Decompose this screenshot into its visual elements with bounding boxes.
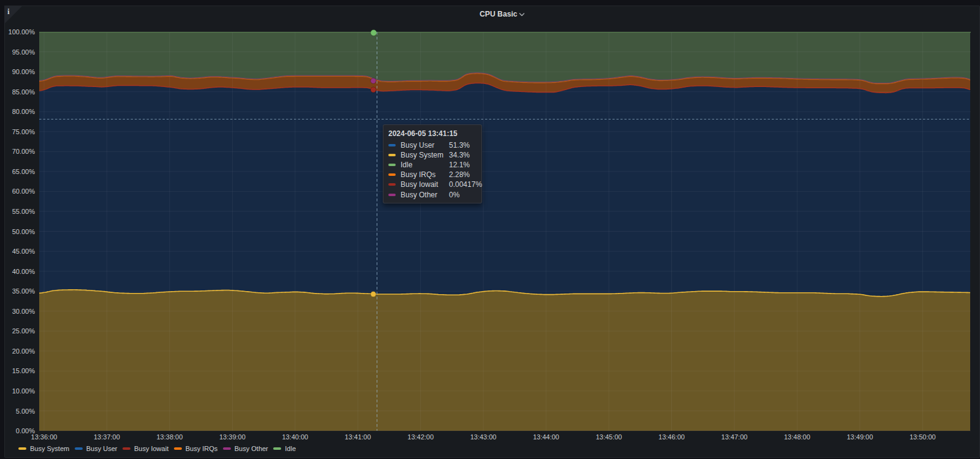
svg-text:35.00%: 35.00% [12,287,36,295]
svg-text:85.00%: 85.00% [12,88,36,96]
svg-text:13:46:00: 13:46:00 [658,433,685,441]
svg-text:13:50:00: 13:50:00 [910,433,936,441]
svg-text:15.00%: 15.00% [12,367,36,374]
svg-text:13:49:00: 13:49:00 [846,433,873,441]
svg-text:70.00%: 70.00% [12,148,36,155]
svg-text:13:39:00: 13:39:00 [219,433,246,441]
svg-text:13:40:00: 13:40:00 [282,433,308,441]
svg-text:75.00%: 75.00% [12,128,36,135]
svg-text:13:41:00: 13:41:00 [345,433,371,441]
svg-text:90.00%: 90.00% [12,68,36,75]
svg-text:80.00%: 80.00% [12,108,36,115]
svg-text:13:43:00: 13:43:00 [470,433,497,441]
svg-text:65.00%: 65.00% [12,168,36,175]
svg-text:5.00%: 5.00% [16,408,35,415]
svg-text:13:38:00: 13:38:00 [156,433,183,441]
svg-text:13:42:00: 13:42:00 [407,433,434,441]
svg-text:13:45:00: 13:45:00 [596,433,622,441]
svg-text:55.00%: 55.00% [12,208,36,215]
svg-text:40.00%: 40.00% [12,268,36,275]
svg-text:13:44:00: 13:44:00 [533,433,559,441]
svg-text:20.00%: 20.00% [12,347,36,355]
svg-text:13:48:00: 13:48:00 [784,433,810,441]
svg-text:13:37:00: 13:37:00 [94,433,120,441]
svg-text:25.00%: 25.00% [12,327,36,335]
svg-text:13:36:00: 13:36:00 [31,433,58,441]
svg-text:100.00%: 100.00% [9,28,36,36]
svg-text:30.00%: 30.00% [12,308,36,315]
svg-text:95.00%: 95.00% [12,48,36,56]
svg-text:45.00%: 45.00% [12,248,36,255]
svg-text:50.00%: 50.00% [12,228,36,235]
svg-text:10.00%: 10.00% [12,387,36,395]
svg-text:13:47:00: 13:47:00 [722,433,748,441]
svg-text:60.00%: 60.00% [12,188,36,195]
